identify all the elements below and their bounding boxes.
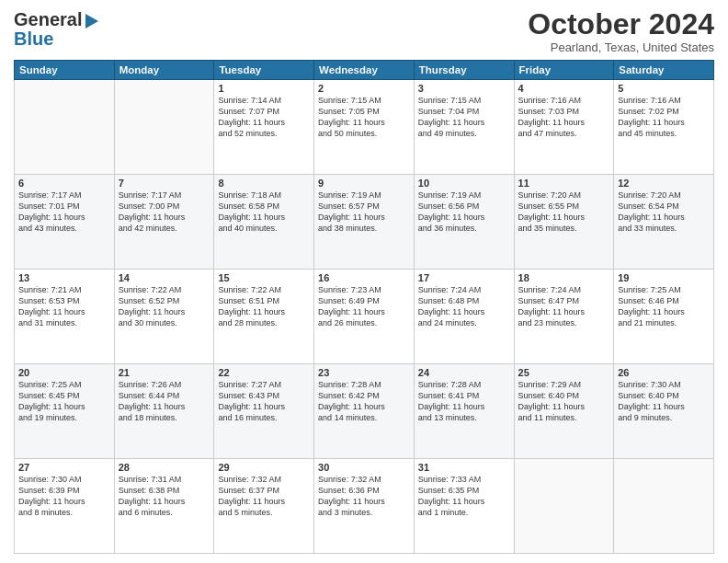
table-row: 23Sunrise: 7:28 AM Sunset: 6:42 PM Dayli…	[314, 364, 415, 459]
table-row: 5Sunrise: 7:16 AM Sunset: 7:02 PM Daylig…	[614, 80, 714, 175]
title-area: October 2024 Pearland, Texas, United Sta…	[528, 9, 714, 54]
table-row: 6Sunrise: 7:17 AM Sunset: 7:01 PM Daylig…	[15, 175, 115, 270]
day-info: Sunrise: 7:17 AM Sunset: 7:01 PM Dayligh…	[18, 190, 110, 235]
page: General Blue October 2024 Pearland, Texa…	[0, 0, 728, 563]
day-info: Sunrise: 7:30 AM Sunset: 6:39 PM Dayligh…	[18, 474, 110, 519]
day-info: Sunrise: 7:31 AM Sunset: 6:38 PM Dayligh…	[119, 474, 210, 519]
day-number: 18	[518, 272, 610, 283]
day-info: Sunrise: 7:20 AM Sunset: 6:54 PM Dayligh…	[618, 190, 710, 235]
table-row: 14Sunrise: 7:22 AM Sunset: 6:52 PM Dayli…	[114, 270, 214, 364]
day-info: Sunrise: 7:26 AM Sunset: 6:44 PM Dayligh…	[119, 379, 210, 424]
day-number: 19	[618, 272, 710, 283]
table-row	[514, 459, 614, 554]
calendar-table: Sunday Monday Tuesday Wednesday Thursday…	[14, 60, 714, 554]
day-info: Sunrise: 7:29 AM Sunset: 6:40 PM Dayligh…	[518, 379, 610, 424]
day-info: Sunrise: 7:28 AM Sunset: 6:42 PM Dayligh…	[318, 379, 410, 424]
table-row: 9Sunrise: 7:19 AM Sunset: 6:57 PM Daylig…	[314, 175, 415, 270]
col-thursday: Thursday	[414, 61, 514, 80]
day-number: 17	[418, 272, 510, 283]
day-info: Sunrise: 7:15 AM Sunset: 7:04 PM Dayligh…	[418, 95, 510, 140]
col-sunday: Sunday	[15, 61, 115, 80]
logo-blue-text: Blue	[14, 29, 53, 50]
day-info: Sunrise: 7:15 AM Sunset: 7:05 PM Dayligh…	[318, 95, 410, 140]
logo: General Blue	[14, 9, 98, 50]
logo-general-text: General	[14, 9, 82, 30]
day-number: 16	[318, 272, 410, 283]
location: Pearland, Texas, United States	[528, 40, 714, 54]
day-number: 11	[518, 178, 610, 189]
table-row: 1Sunrise: 7:14 AM Sunset: 7:07 PM Daylig…	[214, 80, 314, 175]
logo-arrow-icon	[85, 14, 98, 29]
table-row: 29Sunrise: 7:32 AM Sunset: 6:37 PM Dayli…	[214, 459, 314, 554]
calendar-header-row: Sunday Monday Tuesday Wednesday Thursday…	[15, 61, 714, 80]
day-number: 8	[218, 178, 310, 189]
day-number: 14	[119, 272, 210, 283]
calendar-week-row: 20Sunrise: 7:25 AM Sunset: 6:45 PM Dayli…	[15, 364, 714, 459]
day-number: 25	[518, 367, 610, 378]
day-number: 21	[119, 367, 210, 378]
day-number: 22	[218, 367, 310, 378]
table-row: 17Sunrise: 7:24 AM Sunset: 6:48 PM Dayli…	[414, 270, 514, 364]
calendar-week-row: 13Sunrise: 7:21 AM Sunset: 6:53 PM Dayli…	[15, 270, 714, 364]
table-row	[15, 80, 115, 175]
day-info: Sunrise: 7:19 AM Sunset: 6:57 PM Dayligh…	[318, 190, 410, 235]
day-number: 4	[518, 83, 610, 94]
day-number: 10	[418, 178, 510, 189]
logo-line1: General	[14, 9, 98, 30]
calendar-week-row: 27Sunrise: 7:30 AM Sunset: 6:39 PM Dayli…	[15, 459, 714, 554]
day-number: 27	[18, 462, 110, 473]
col-friday: Friday	[514, 61, 614, 80]
table-row: 21Sunrise: 7:26 AM Sunset: 6:44 PM Dayli…	[114, 364, 214, 459]
day-number: 13	[18, 272, 110, 283]
day-number: 6	[18, 178, 110, 189]
day-number: 5	[618, 83, 710, 94]
month-title: October 2024	[528, 9, 714, 39]
calendar-week-row: 1Sunrise: 7:14 AM Sunset: 7:07 PM Daylig…	[15, 80, 714, 175]
table-row: 12Sunrise: 7:20 AM Sunset: 6:54 PM Dayli…	[614, 175, 714, 270]
table-row: 20Sunrise: 7:25 AM Sunset: 6:45 PM Dayli…	[15, 364, 115, 459]
col-wednesday: Wednesday	[314, 61, 415, 80]
day-info: Sunrise: 7:32 AM Sunset: 6:36 PM Dayligh…	[318, 474, 410, 519]
table-row: 8Sunrise: 7:18 AM Sunset: 6:58 PM Daylig…	[214, 175, 314, 270]
day-number: 30	[318, 462, 410, 473]
table-row: 7Sunrise: 7:17 AM Sunset: 7:00 PM Daylig…	[114, 175, 214, 270]
day-number: 15	[218, 272, 310, 283]
day-number: 12	[618, 178, 710, 189]
table-row: 28Sunrise: 7:31 AM Sunset: 6:38 PM Dayli…	[114, 459, 214, 554]
day-info: Sunrise: 7:20 AM Sunset: 6:55 PM Dayligh…	[518, 190, 610, 235]
day-info: Sunrise: 7:33 AM Sunset: 6:35 PM Dayligh…	[418, 474, 510, 519]
day-info: Sunrise: 7:23 AM Sunset: 6:49 PM Dayligh…	[318, 284, 410, 329]
table-row: 10Sunrise: 7:19 AM Sunset: 6:56 PM Dayli…	[414, 175, 514, 270]
col-monday: Monday	[114, 61, 214, 80]
day-number: 26	[618, 367, 710, 378]
day-info: Sunrise: 7:16 AM Sunset: 7:03 PM Dayligh…	[518, 95, 610, 140]
table-row: 26Sunrise: 7:30 AM Sunset: 6:40 PM Dayli…	[614, 364, 714, 459]
day-info: Sunrise: 7:16 AM Sunset: 7:02 PM Dayligh…	[618, 95, 710, 140]
table-row: 22Sunrise: 7:27 AM Sunset: 6:43 PM Dayli…	[214, 364, 314, 459]
day-info: Sunrise: 7:25 AM Sunset: 6:46 PM Dayligh…	[618, 284, 710, 329]
day-info: Sunrise: 7:24 AM Sunset: 6:47 PM Dayligh…	[518, 284, 610, 329]
table-row: 4Sunrise: 7:16 AM Sunset: 7:03 PM Daylig…	[514, 80, 614, 175]
table-row: 3Sunrise: 7:15 AM Sunset: 7:04 PM Daylig…	[414, 80, 514, 175]
table-row: 11Sunrise: 7:20 AM Sunset: 6:55 PM Dayli…	[514, 175, 614, 270]
day-info: Sunrise: 7:22 AM Sunset: 6:51 PM Dayligh…	[218, 284, 310, 329]
day-info: Sunrise: 7:28 AM Sunset: 6:41 PM Dayligh…	[418, 379, 510, 424]
table-row: 16Sunrise: 7:23 AM Sunset: 6:49 PM Dayli…	[314, 270, 415, 364]
day-info: Sunrise: 7:25 AM Sunset: 6:45 PM Dayligh…	[18, 379, 110, 424]
table-row: 24Sunrise: 7:28 AM Sunset: 6:41 PM Dayli…	[414, 364, 514, 459]
table-row	[614, 459, 714, 554]
day-number: 24	[418, 367, 510, 378]
table-row: 2Sunrise: 7:15 AM Sunset: 7:05 PM Daylig…	[314, 80, 415, 175]
day-number: 3	[418, 83, 510, 94]
day-info: Sunrise: 7:27 AM Sunset: 6:43 PM Dayligh…	[218, 379, 310, 424]
day-info: Sunrise: 7:14 AM Sunset: 7:07 PM Dayligh…	[218, 95, 310, 140]
day-number: 31	[418, 462, 510, 473]
day-number: 1	[218, 83, 310, 94]
table-row: 19Sunrise: 7:25 AM Sunset: 6:46 PM Dayli…	[614, 270, 714, 364]
day-number: 7	[119, 178, 210, 189]
day-number: 20	[18, 367, 110, 378]
day-info: Sunrise: 7:19 AM Sunset: 6:56 PM Dayligh…	[418, 190, 510, 235]
day-info: Sunrise: 7:17 AM Sunset: 7:00 PM Dayligh…	[119, 190, 210, 235]
table-row: 30Sunrise: 7:32 AM Sunset: 6:36 PM Dayli…	[314, 459, 415, 554]
col-saturday: Saturday	[614, 61, 714, 80]
